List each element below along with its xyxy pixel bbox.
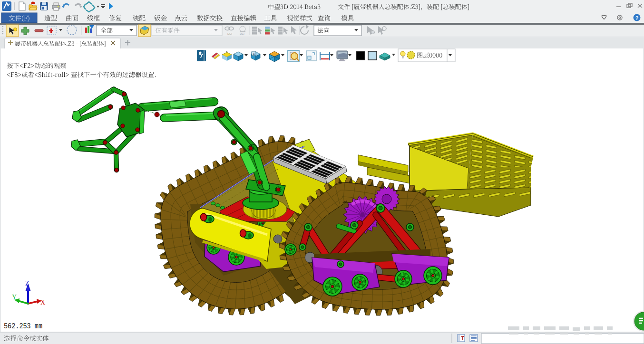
svg-text:X: X [40, 299, 45, 306]
svg-text:562.253 mm: 562.253 mm [4, 322, 42, 331]
svg-text:DEF: DEF [227, 32, 233, 35]
svg-text:DEF: DEF [240, 32, 245, 35]
svg-text:Y: Y [12, 294, 17, 301]
svg-text:4: 4 [253, 52, 255, 56]
svg-text:?: ? [635, 15, 639, 21]
svg-text:Z: Z [25, 280, 29, 287]
